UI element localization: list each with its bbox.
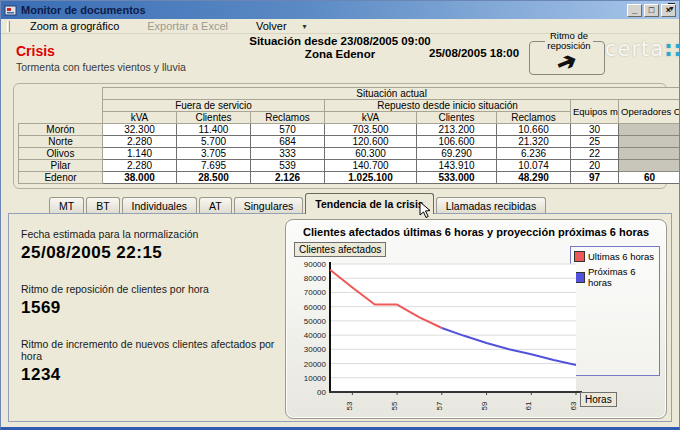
- table-row-norte: Norte2.2805.700684120.600106.60021.32025: [19, 136, 680, 148]
- svg-text:20000: 20000: [304, 360, 327, 369]
- row-label: Edenor: [19, 172, 103, 184]
- menu-dropdown-icon[interactable]: ▾: [303, 22, 307, 31]
- header-repuesto: Repuesto desde inicio situación: [325, 100, 571, 112]
- table-cell: 20: [571, 160, 619, 172]
- table-cell: 2.280: [103, 136, 177, 148]
- tab-llamadas-recibidas[interactable]: Llamadas recibidas: [436, 197, 546, 214]
- table-cell: 533.000: [417, 172, 497, 184]
- certa-logo: certa::: [605, 37, 680, 61]
- table-cell: 60: [619, 172, 680, 184]
- window-title: Monitor de documentos: [21, 4, 625, 16]
- table-cell: 22: [571, 148, 619, 160]
- table-cell: 106.600: [417, 136, 497, 148]
- menu-item-volver[interactable]: Volver: [242, 19, 301, 33]
- line-chart: 0010000200003000040000500006000070000800…: [292, 258, 584, 418]
- svg-text:00: 00: [317, 388, 326, 397]
- header-kva-2: kVA: [325, 112, 417, 124]
- svg-text:90000: 90000: [304, 260, 327, 269]
- table-cell: 3.705: [177, 148, 251, 160]
- tab-mt[interactable]: MT: [49, 197, 84, 214]
- normalization-date-value: 25/08/2005 22:15: [21, 243, 287, 263]
- incremento-rate-value: 1234: [21, 365, 287, 385]
- table-cell: 30: [571, 124, 619, 136]
- table-cell: 38.000: [103, 172, 177, 184]
- svg-text:57: 57: [435, 401, 444, 410]
- table-row-pilar: Pilar2.2807.695539140.700143.91010.07420: [19, 160, 680, 172]
- table-cell: 684: [251, 136, 325, 148]
- chart-xlabel: Horas: [580, 392, 617, 407]
- svg-text:55: 55: [390, 401, 399, 410]
- situation-table-frame: Situación actual Fuera de servicio Repue…: [13, 83, 667, 189]
- legend-label: Ultimas 6 horas: [588, 251, 654, 262]
- tab-pin-icon[interactable]: ▼: [668, 3, 675, 12]
- table-cell: 69.290: [417, 148, 497, 160]
- svg-text:61: 61: [524, 401, 533, 410]
- tab-individuales[interactable]: Individuales: [122, 197, 197, 214]
- logo-text: certa: [605, 37, 664, 61]
- header-situacion-actual: Situación actual: [103, 88, 680, 100]
- svg-text:50000: 50000: [304, 317, 327, 326]
- table-cell: 2.280: [103, 160, 177, 172]
- header-reclamos-2: Reclamos: [497, 112, 571, 124]
- table-cell: 60.300: [325, 148, 417, 160]
- table-cell: [619, 160, 680, 172]
- table-cell: 28.500: [177, 172, 251, 184]
- table-cell: [619, 148, 680, 160]
- svg-text:80000: 80000: [304, 274, 327, 283]
- table-cell: 97: [571, 172, 619, 184]
- situation-table: Situación actual Fuera de servicio Repue…: [18, 87, 680, 184]
- app-window: Monitor de documentos _ □ × Zoom a grogr…: [0, 0, 680, 430]
- legend-label: Próximas 6 horas: [588, 266, 656, 288]
- table-cell: [619, 136, 680, 148]
- status-detail: Tormenta con fuertes vientos y lluvia: [16, 61, 186, 73]
- table-row-edenor: Edenor38.00028.5002.1261.025.100533.0004…: [19, 172, 680, 184]
- table-cell: 48.290: [497, 172, 571, 184]
- header-fuera-de-servicio: Fuera de servicio: [103, 100, 325, 112]
- logo-mark-icon: ::: [664, 37, 680, 61]
- table-cell: 7.695: [177, 160, 251, 172]
- header-clientes-1: Clientes: [177, 112, 251, 124]
- maximize-button[interactable]: □: [644, 4, 659, 17]
- table-cell: 11.400: [177, 124, 251, 136]
- table-cell: 213.200: [417, 124, 497, 136]
- table-cell: 333: [251, 148, 325, 160]
- tab-bt[interactable]: BT: [86, 197, 119, 214]
- table-cell: 5.700: [177, 136, 251, 148]
- tab-tendencia-de-la-crisis[interactable]: Tendencia de la crisis: [305, 193, 433, 214]
- table-cell: [619, 124, 680, 136]
- svg-text:63: 63: [569, 401, 578, 410]
- svg-text:30000: 30000: [304, 345, 327, 354]
- minimize-button[interactable]: _: [627, 4, 642, 17]
- table-cell: 1.025.100: [325, 172, 417, 184]
- table-cell: 120.600: [325, 136, 417, 148]
- chart-panel: Clientes afectados últimas 6 horas y pro…: [285, 219, 667, 419]
- table-cell: 1.140: [103, 148, 177, 160]
- chart-title: Clientes afectados últimas 6 horas y pro…: [286, 226, 666, 238]
- svg-text:59: 59: [480, 401, 489, 410]
- table-cell: 21.320: [497, 136, 571, 148]
- table-cell: 2.126: [251, 172, 325, 184]
- reposicion-rate-value: 1569: [21, 298, 287, 318]
- tab-strip: MTBTIndividualesATSingularesTendencia de…: [9, 193, 671, 214]
- table-header-row: Fuera de servicio Repuesto desde inicio …: [19, 100, 680, 112]
- menu-items: Zoom a grográficoExportar a ExcelVolver: [16, 19, 301, 33]
- row-label: Morón: [19, 124, 103, 136]
- table-row-moron: Morón32.30011.400570703.500213.20010.660…: [19, 124, 680, 136]
- table-cell: 140.700: [325, 160, 417, 172]
- header-operadores-callcenter: Operadores Call-Center: [619, 100, 680, 124]
- table-cell: 10.660: [497, 124, 571, 136]
- toolbar-grip: [7, 21, 10, 32]
- header-reclamos-1: Reclamos: [251, 112, 325, 124]
- table-cell: 143.910: [417, 160, 497, 172]
- tab-singulares[interactable]: Singulares: [234, 197, 304, 214]
- header-kva-1: kVA: [103, 112, 177, 124]
- tab-at[interactable]: AT: [199, 197, 232, 214]
- svg-text:70000: 70000: [304, 288, 327, 297]
- table-cell: 32.300: [103, 124, 177, 136]
- table-cell: 10.074: [497, 160, 571, 172]
- incremento-rate-label: Ritmo de incremento de nuevos clientes a…: [21, 338, 287, 362]
- svg-text:60000: 60000: [304, 303, 327, 312]
- table-cell: 703.500: [325, 124, 417, 136]
- table-row-olivos: Olivos1.1403.70533360.30069.2906.23622: [19, 148, 680, 160]
- menu-item-zoom-a-grografico[interactable]: Zoom a grográfico: [16, 19, 133, 33]
